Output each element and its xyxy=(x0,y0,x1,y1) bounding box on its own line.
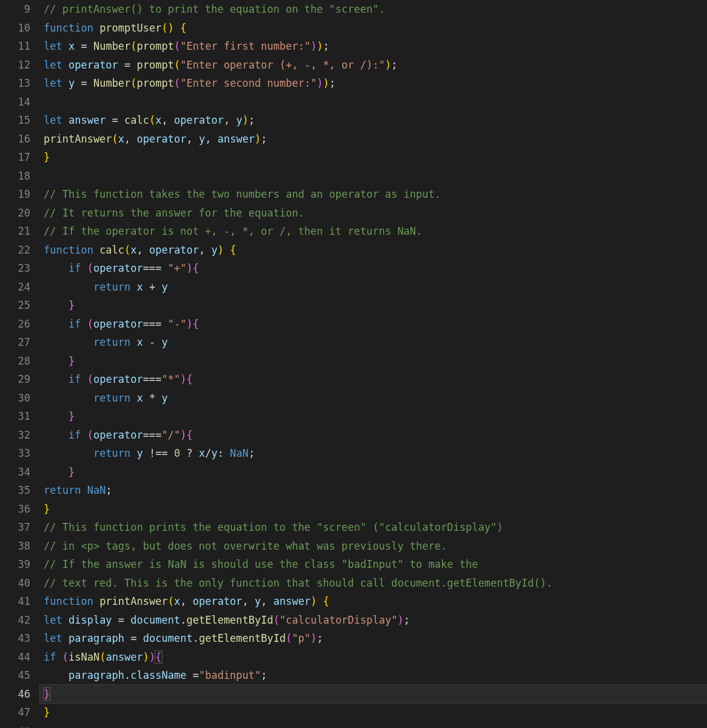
token: ) xyxy=(180,429,186,441)
line-number: 18 xyxy=(0,167,30,186)
token: document xyxy=(143,632,193,644)
code-line[interactable] xyxy=(44,93,707,112)
code-line[interactable]: let display = document.getElementById("c… xyxy=(44,611,707,630)
code-line[interactable]: // in <p> tags, but does not overwrite w… xyxy=(44,537,707,556)
token: calc xyxy=(99,244,124,256)
token: return xyxy=(93,392,137,404)
token: , xyxy=(180,595,192,607)
token: + xyxy=(143,281,162,293)
token: y xyxy=(199,133,205,145)
code-line[interactable]: return x + y xyxy=(44,278,707,297)
token: if xyxy=(69,429,87,441)
token: } xyxy=(69,410,75,422)
code-area[interactable]: // printAnswer() to print the equation o… xyxy=(44,0,707,728)
token: ) xyxy=(323,77,329,89)
token: answer xyxy=(218,133,255,145)
code-line[interactable]: // If the operator is not +, -, *, or /,… xyxy=(44,222,707,241)
line-number: 48 xyxy=(0,722,30,729)
code-line[interactable] xyxy=(44,167,707,186)
code-line[interactable]: // If the answer is NaN is should use th… xyxy=(44,555,707,574)
token: ( xyxy=(124,244,130,256)
code-line[interactable]: return y !== 0 ? x/y: NaN; xyxy=(44,444,707,463)
token: } xyxy=(44,706,50,718)
token: ( xyxy=(130,77,136,89)
token: display xyxy=(69,614,112,626)
code-line[interactable]: return x * y xyxy=(44,389,707,408)
code-line[interactable]: } xyxy=(44,500,707,519)
line-number: 31 xyxy=(0,407,30,426)
code-line[interactable]: } xyxy=(44,407,707,426)
code-line[interactable]: // This function takes the two numbers a… xyxy=(44,185,707,204)
code-line[interactable] xyxy=(44,722,707,729)
code-line[interactable]: } xyxy=(40,685,707,704)
token xyxy=(44,447,93,459)
code-line[interactable]: } xyxy=(44,703,707,722)
token: operator xyxy=(149,244,199,256)
code-line[interactable]: // printAnswer() to print the equation o… xyxy=(44,0,707,19)
token xyxy=(44,429,69,441)
token: // in <p> tags, but does not overwrite w… xyxy=(44,540,447,552)
token: ; xyxy=(249,447,255,459)
token: "p" xyxy=(292,632,310,644)
token: ) xyxy=(180,373,186,385)
token: y xyxy=(162,281,168,293)
code-line[interactable]: } xyxy=(44,296,707,315)
line-number: 20 xyxy=(0,204,30,223)
token: Number xyxy=(93,77,130,89)
code-line[interactable]: function promptUser() { xyxy=(44,19,707,38)
line-number: 40 xyxy=(0,574,30,593)
line-number: 10 xyxy=(0,19,30,38)
code-line[interactable]: } xyxy=(44,352,707,371)
token: . xyxy=(193,632,199,644)
code-line[interactable]: // text red. This is the only function t… xyxy=(44,574,707,593)
token: y xyxy=(255,595,261,607)
token: return xyxy=(93,281,137,293)
code-line[interactable]: return x - y xyxy=(44,333,707,352)
token: } xyxy=(44,503,50,515)
code-line[interactable]: function printAnswer(x, operator, y, ans… xyxy=(44,592,707,611)
code-line[interactable]: let paragraph = document.getElementById(… xyxy=(44,629,707,648)
token: // text red. This is the only function t… xyxy=(44,577,552,589)
code-line[interactable]: return NaN; xyxy=(44,481,707,500)
code-line[interactable]: } xyxy=(44,148,707,167)
code-editor[interactable]: 9101112131415161718192021222324252627282… xyxy=(0,0,707,728)
token: ( xyxy=(87,373,93,385)
token: ( xyxy=(286,632,292,644)
token: "badinput" xyxy=(199,669,261,681)
code-line[interactable]: let x = Number(prompt("Enter first numbe… xyxy=(44,37,707,56)
code-line[interactable]: if (operator==="*"){ xyxy=(44,370,707,389)
code-line[interactable]: let y = Number(prompt("Enter second numb… xyxy=(44,74,707,93)
token: let xyxy=(44,614,69,626)
code-line[interactable]: // This function prints the equation to … xyxy=(44,518,707,537)
token: x xyxy=(118,133,124,145)
code-line[interactable]: function calc(x, operator, y) { xyxy=(44,241,707,260)
token: ; xyxy=(106,484,112,496)
code-line[interactable]: if (isNaN(answer)){ xyxy=(44,648,707,667)
code-line[interactable]: if (operator=== "-"){ xyxy=(44,315,707,334)
token: = xyxy=(186,669,198,681)
token: ; xyxy=(391,59,397,71)
token: paragraph xyxy=(69,632,124,644)
token: operator xyxy=(93,373,143,385)
code-line[interactable]: let operator = prompt("Enter operator (+… xyxy=(44,56,707,75)
code-line[interactable]: if (operator==="/"){ xyxy=(44,426,707,445)
code-line[interactable]: let answer = calc(x, operator, y); xyxy=(44,111,707,130)
token: { xyxy=(193,318,199,330)
code-line[interactable]: // It returns the answer for the equatio… xyxy=(44,204,707,223)
token: "Enter first number:" xyxy=(180,40,310,52)
token: // printAnswer() to print the equation o… xyxy=(44,3,385,15)
token: === xyxy=(143,373,162,385)
token: "-" xyxy=(168,318,187,330)
token: let xyxy=(44,77,69,89)
code-line[interactable]: printAnswer(x, operator, y, answer); xyxy=(44,130,707,149)
code-line[interactable]: } xyxy=(44,463,707,482)
code-line[interactable]: paragraph.className ="badinput"; xyxy=(44,666,707,685)
line-number: 22 xyxy=(0,241,30,260)
token: // If the operator is not +, -, *, or /,… xyxy=(44,225,422,237)
token: } xyxy=(69,355,75,367)
code-line[interactable]: if (operator=== "+"){ xyxy=(44,259,707,278)
line-number: 23 xyxy=(0,259,30,278)
line-number: 39 xyxy=(0,555,30,574)
token: ) xyxy=(186,262,192,274)
line-number: 26 xyxy=(0,315,30,334)
